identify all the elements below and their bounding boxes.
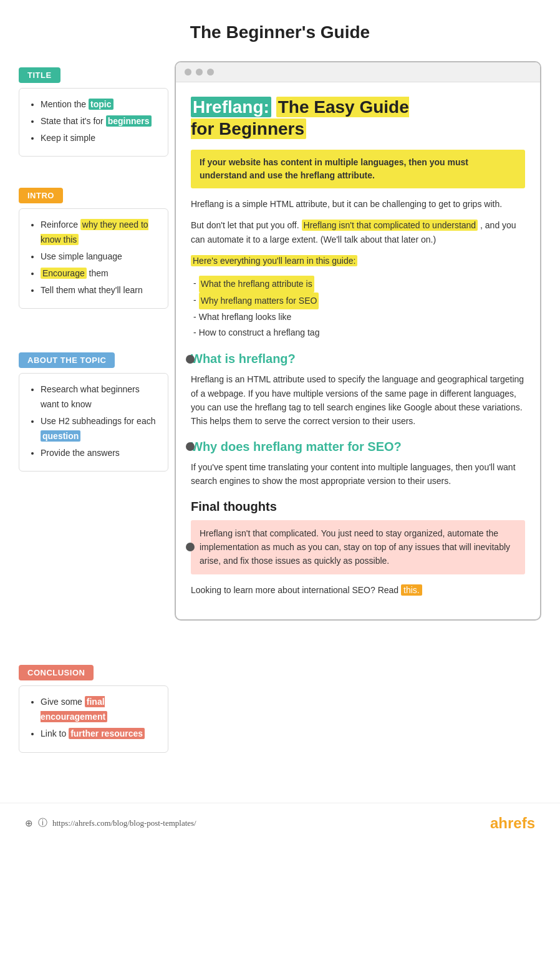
cc-icon: ⊕ [25,818,33,829]
title-badge: TITLE [19,67,60,83]
learn-item-text-4: How to construct a hreflang tag [199,325,320,341]
intro-highlight-para: If your website has content in multiple … [191,150,525,188]
highlight-complicated: Hreflang isn't that complicated to under… [302,220,478,231]
browser-dot-3 [207,69,214,75]
highlight-topic: topic [89,99,113,110]
dot-connector-3 [186,543,195,551]
about-badge: ABOUT THE TOPIC [19,352,115,368]
learn-intro: Here's everything you'll learn in this g… [191,254,525,268]
browser-dot-2 [196,69,203,75]
page-title: The Beginner's Guide [0,0,560,61]
footer: ⊕ ⓘ https://ahrefs.com/blog/blog-post-te… [0,803,560,843]
dot-connector-2 [186,442,195,451]
learn-item-1: - What the hreflang attribute is [193,276,525,293]
browser-mockup: Hreflang: The Easy Guidefor Beginners If… [175,61,541,621]
list-item: Use H2 subheadings for each question [41,414,158,444]
title-box: Mention the topic State that it's for be… [19,88,168,157]
conclusion-badge: CONCLUSION [19,665,94,680]
list-item: Keep it simple [41,131,158,146]
dot-connector-1 [186,355,195,364]
browser-bar [176,62,540,82]
browser-content: Hreflang: The Easy Guidefor Beginners If… [176,82,540,619]
list-item: State that it's for beginners [41,114,158,129]
learn-item-2: - Why hreflang matters for SEO [193,293,525,309]
h2-what-is-hreflang: What is hreflang? [191,352,525,366]
list-item: Tell them what they'll learn [41,283,158,298]
h2-1-body: Hreflang is an HTML attribute used to sp… [191,372,525,428]
about-list: Research what beginners want to know Use… [29,382,158,460]
h2-2-body: If you've spent time translating your co… [191,460,525,488]
list-item: Reinforce why they need to know this [41,218,158,248]
h2-why-hreflang: Why does hreflang matter for SEO? [191,440,525,454]
body-para-2: But don't let that put you off. Hreflang… [191,218,525,246]
list-item: Encourage them [41,266,158,281]
intro-badge: INTRO [19,188,63,203]
highlight-further: further resources [69,728,145,739]
highlight-question: question [41,430,80,442]
intro-section: INTRO Reinforce why they need to know th… [19,188,168,309]
list-item: Use simple language [41,249,158,264]
learn-list: - What the hreflang attribute is - Why h… [191,276,525,341]
conclusion-box: Give some final encouragement Link to fu… [19,685,168,752]
body-para-1: Hreflang is a simple HTML attribute, but… [191,197,525,211]
conclusion-section: CONCLUSION Give some final encouragement… [19,665,168,752]
title-section: TITLE Mention the topic State that it's … [19,67,168,157]
list-item: Mention the topic [41,97,158,112]
list-item: Give some final encouragement [41,695,158,725]
learn-item-text-1: What the hreflang attribute is [199,276,314,293]
learn-item-3: - What hreflang looks like [193,309,525,325]
list-item: Link to further resources [41,727,158,742]
learn-item-text-2: Why hreflang matters for SEO [199,293,319,309]
h3-final-thoughts: Final thoughts [191,500,525,514]
intro-box: Reinforce why they need to know this Use… [19,208,168,309]
left-panel: TITLE Mention the topic State that it's … [19,61,168,759]
final-link[interactable]: this. [401,584,422,596]
right-panel: Hreflang: The Easy Guidefor Beginners If… [175,61,541,621]
conclusion-list: Give some final encouragement Link to fu… [29,695,158,741]
browser-dot-1 [185,69,191,75]
footer-left: ⊕ ⓘ https://ahrefs.com/blog/blog-post-te… [25,817,196,829]
footer-url: https://ahrefs.com/blog/blog-post-templa… [52,818,196,828]
ahrefs-logo: ahrefs [490,815,535,832]
final-text: Looking to learn more about internationa… [191,583,525,597]
list-item: Provide the answers [41,446,158,461]
highlight-beginners: beginners [106,115,152,127]
highlight-encourage: Encourage [41,268,87,279]
intro-list: Reinforce why they need to know this Use… [29,218,158,298]
highlight-learn-intro: Here's everything you'll learn in this g… [191,255,357,266]
title-list: Mention the topic State that it's for be… [29,97,158,145]
article-title: Hreflang: The Easy Guidefor Beginners [191,96,525,140]
info-icon: ⓘ [38,817,47,829]
about-section: ABOUT THE TOPIC Research what beginners … [19,352,168,472]
about-box: Research what beginners want to know Use… [19,373,168,472]
title-hreflang: Hreflang: [191,97,271,117]
conclusion-highlight-para: Hreflang isn't that complicated. You jus… [191,520,525,574]
list-item: Research what beginners want to know [41,382,158,412]
learn-item-4: - How to construct a hreflang tag [193,325,525,341]
learn-item-text-3: What hreflang looks like [199,309,292,325]
